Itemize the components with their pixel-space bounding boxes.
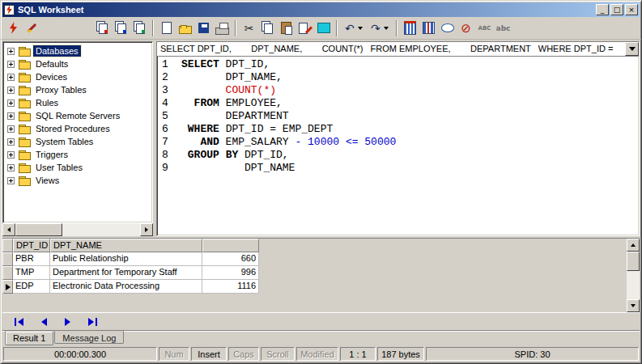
- close-button[interactable]: ×: [625, 4, 638, 15]
- up-arrow-icon: [631, 243, 636, 247]
- edit-script-icon[interactable]: [23, 19, 41, 37]
- tab-result-1[interactable]: Result 1: [5, 331, 53, 345]
- scroll-down-button[interactable]: [627, 299, 640, 312]
- save-script-icon[interactable]: [112, 19, 130, 37]
- table-row[interactable]: PBRPublic Relationship660: [2, 252, 627, 266]
- code-editor[interactable]: 123456789 SELECT DPT_ID, DPT_NAME, COUNT…: [157, 57, 639, 235]
- code-segment: WHERE: [188, 123, 219, 135]
- status-spid: SPID: 30: [426, 347, 639, 361]
- titlebar[interactable]: SQL Worksheet _□×: [2, 2, 640, 17]
- tree-item-databases[interactable]: Databases: [5, 44, 152, 57]
- grid-body: PBRPublic Relationship660TMPDepartment f…: [2, 252, 627, 294]
- previous-row-button[interactable]: [37, 315, 51, 329]
- expand-icon[interactable]: [7, 164, 15, 171]
- table-row[interactable]: EDPElectronic Data Processing1116: [2, 280, 627, 294]
- expand-icon[interactable]: [7, 112, 15, 120]
- statement-dropdown-button[interactable]: [625, 42, 639, 56]
- copy-icon[interactable]: [258, 19, 277, 37]
- app-icon[interactable]: [4, 5, 15, 15]
- next-row-button[interactable]: [61, 315, 74, 329]
- expand-icon[interactable]: [7, 177, 15, 184]
- select-block-icon[interactable]: [314, 19, 333, 37]
- code-line: AND EMP_SALARY - 10000 <= 50000: [181, 136, 639, 149]
- column-header-dpt-id[interactable]: DPT_ID: [13, 239, 50, 252]
- expand-icon[interactable]: [7, 99, 15, 107]
- expand-icon[interactable]: [7, 87, 15, 94]
- maximize-button[interactable]: □: [610, 4, 623, 15]
- execute-icon[interactable]: [4, 19, 23, 37]
- code-segment: DPT_ID,: [219, 58, 270, 70]
- last-row-button[interactable]: [84, 315, 101, 329]
- cancel-icon[interactable]: [457, 19, 475, 37]
- table-row[interactable]: TMPDepartment for Temporary Staff996: [2, 266, 627, 280]
- results-grid-icon[interactable]: [401, 19, 419, 37]
- new-icon[interactable]: [157, 19, 176, 37]
- lowercase-icon[interactable]: [494, 19, 512, 37]
- expand-icon[interactable]: [7, 138, 15, 146]
- column-header-value[interactable]: [202, 239, 259, 252]
- window-controls: _□×: [596, 4, 638, 15]
- left-arrow-icon: [7, 227, 11, 232]
- scroll-right-button[interactable]: [140, 223, 153, 236]
- horizontal-scroll-thumb[interactable]: [15, 223, 62, 236]
- nav-glyph-vbar: [15, 318, 16, 326]
- status-cursor-position: 1 : 1: [340, 347, 376, 361]
- line-number: 2: [162, 71, 180, 84]
- results-report-icon[interactable]: [419, 19, 438, 37]
- uppercase-icon[interactable]: [475, 19, 494, 37]
- cut-icon[interactable]: [240, 19, 258, 37]
- first-row-button[interactable]: [11, 315, 28, 329]
- tree-item-stored-procedures[interactable]: Stored Procedures: [5, 122, 152, 135]
- toolbar: [1, 17, 641, 40]
- horizontal-scroll-track[interactable]: [15, 223, 140, 236]
- undo-icon[interactable]: [341, 19, 367, 37]
- find-replace-icon[interactable]: [295, 19, 314, 37]
- tree-item-views[interactable]: Views: [5, 174, 152, 187]
- code-segment: [181, 136, 200, 148]
- status-insert-mode: Insert: [191, 347, 227, 361]
- tree-item-rules[interactable]: Rules: [5, 96, 152, 109]
- vertical-scroll-track[interactable]: [627, 252, 640, 299]
- tree-item-defaults[interactable]: Defaults: [5, 57, 152, 70]
- code-segment: DPT_NAME: [181, 162, 295, 174]
- expand-icon[interactable]: [7, 61, 15, 68]
- scroll-up-button[interactable]: [627, 239, 640, 252]
- status-time: 00:00:00.300: [3, 347, 157, 361]
- line-number: 9: [162, 162, 180, 175]
- expand-icon[interactable]: [7, 74, 15, 81]
- tree-item-devices[interactable]: Devices: [5, 70, 152, 83]
- expand-icon[interactable]: [7, 48, 15, 55]
- line-number: 7: [162, 136, 180, 149]
- open-icon[interactable]: [176, 19, 194, 37]
- statement-combo[interactable]: SELECT DPT_ID, DPT_NAME, COUNT(*) FROM E…: [157, 42, 639, 57]
- comment-icon[interactable]: [438, 19, 457, 37]
- code-segment: DPT_ID = EMP_DEPT: [219, 123, 333, 135]
- save-icon[interactable]: [194, 19, 213, 37]
- print-icon[interactable]: [213, 19, 232, 37]
- append-script-icon[interactable]: [130, 19, 149, 37]
- tree-horizontal-scrollbar[interactable]: [2, 223, 153, 236]
- column-header-dpt-name[interactable]: DPT_NAME: [50, 239, 202, 252]
- code-lines[interactable]: SELECT DPT_ID, DPT_NAME, COUNT(*) FROM E…: [180, 57, 639, 235]
- vertical-scroll-thumb[interactable]: [627, 252, 640, 271]
- results-vertical-scrollbar[interactable]: [627, 239, 640, 312]
- code-segment: [301, 136, 308, 148]
- tree-item-triggers[interactable]: Triggers: [5, 148, 152, 161]
- open-script-icon[interactable]: [93, 19, 112, 37]
- minimize-button[interactable]: _: [596, 4, 609, 15]
- redo-icon[interactable]: [367, 19, 393, 37]
- tree-item-sql-remote-servers[interactable]: SQL Remote Servers: [5, 109, 152, 122]
- tree-item-system-tables[interactable]: System Tables: [5, 135, 152, 148]
- toolbar-separator: [152, 20, 154, 36]
- tab-message-log[interactable]: Message Log: [54, 331, 124, 344]
- result-tabs: Result 1Message Log: [2, 330, 640, 345]
- tree-item-proxy-tables[interactable]: Proxy Tables: [5, 83, 152, 96]
- code-segment: 50000: [364, 136, 396, 148]
- tree-item-label: System Tables: [33, 136, 96, 147]
- scroll-left-button[interactable]: [2, 223, 15, 236]
- paste-icon[interactable]: [277, 19, 295, 37]
- tree-item-user-tables[interactable]: User Tables: [5, 161, 152, 174]
- expand-icon[interactable]: [7, 125, 15, 133]
- expand-icon[interactable]: [7, 151, 15, 159]
- folder-icon: [19, 86, 30, 95]
